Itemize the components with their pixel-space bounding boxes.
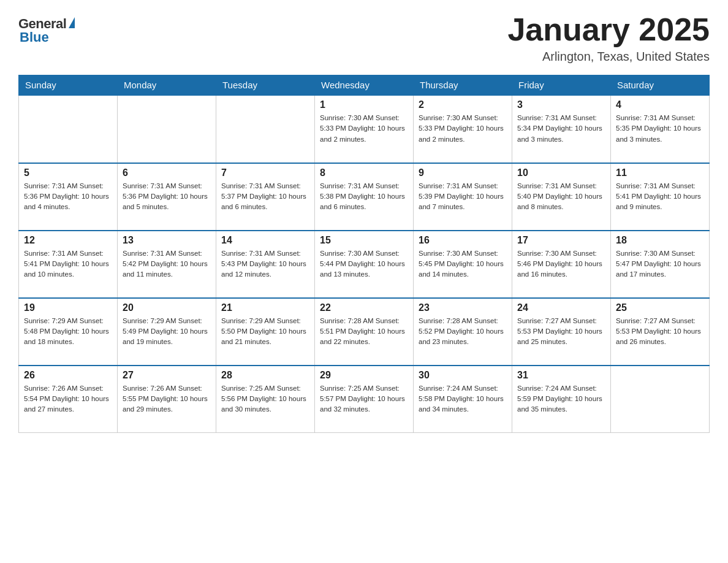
day-number: 29 (320, 370, 408, 381)
day-info: Sunrise: 7:31 AM Sunset: 5:42 PM Dayligh… (123, 248, 211, 280)
calendar-cell: 3Sunrise: 7:31 AM Sunset: 5:34 PM Daylig… (512, 96, 611, 163)
day-info: Sunrise: 7:25 AM Sunset: 5:56 PM Dayligh… (221, 383, 309, 415)
calendar-week-row: 12Sunrise: 7:31 AM Sunset: 5:41 PM Dayli… (19, 231, 710, 298)
day-info: Sunrise: 7:31 AM Sunset: 5:40 PM Dayligh… (517, 181, 605, 213)
calendar-cell: 6Sunrise: 7:31 AM Sunset: 5:36 PM Daylig… (118, 163, 216, 231)
day-number: 23 (419, 302, 507, 313)
day-number: 10 (517, 167, 605, 178)
calendar-cell: 24Sunrise: 7:27 AM Sunset: 5:53 PM Dayli… (512, 298, 611, 366)
calendar-cell: 27Sunrise: 7:26 AM Sunset: 5:55 PM Dayli… (118, 366, 216, 433)
calendar-cell: 25Sunrise: 7:27 AM Sunset: 5:53 PM Dayli… (611, 298, 710, 366)
logo: General Blue (18, 12, 75, 45)
day-number: 24 (517, 302, 605, 313)
calendar-cell: 9Sunrise: 7:31 AM Sunset: 5:39 PM Daylig… (414, 163, 512, 231)
day-info: Sunrise: 7:31 AM Sunset: 5:43 PM Dayligh… (221, 248, 309, 280)
day-number: 11 (616, 167, 704, 178)
calendar-cell: 18Sunrise: 7:30 AM Sunset: 5:47 PM Dayli… (611, 231, 710, 298)
day-number: 6 (123, 167, 211, 178)
day-number: 25 (616, 302, 704, 313)
calendar-header-friday: Friday (512, 75, 611, 96)
calendar-cell: 15Sunrise: 7:30 AM Sunset: 5:44 PM Dayli… (315, 231, 414, 298)
day-info: Sunrise: 7:30 AM Sunset: 5:33 PM Dayligh… (419, 113, 507, 145)
calendar-cell: 1Sunrise: 7:30 AM Sunset: 5:33 PM Daylig… (315, 96, 414, 163)
day-info: Sunrise: 7:24 AM Sunset: 5:59 PM Dayligh… (517, 383, 605, 415)
calendar-cell: 5Sunrise: 7:31 AM Sunset: 5:36 PM Daylig… (19, 163, 118, 231)
calendar-week-row: 1Sunrise: 7:30 AM Sunset: 5:33 PM Daylig… (19, 96, 710, 163)
calendar-cell: 23Sunrise: 7:28 AM Sunset: 5:52 PM Dayli… (414, 298, 512, 366)
calendar-cell (216, 96, 315, 163)
calendar-cell: 17Sunrise: 7:30 AM Sunset: 5:46 PM Dayli… (512, 231, 611, 298)
day-info: Sunrise: 7:27 AM Sunset: 5:53 PM Dayligh… (517, 316, 605, 348)
day-number: 7 (221, 167, 309, 178)
day-info: Sunrise: 7:29 AM Sunset: 5:48 PM Dayligh… (24, 316, 112, 348)
day-info: Sunrise: 7:24 AM Sunset: 5:58 PM Dayligh… (419, 383, 507, 415)
day-number: 30 (419, 370, 507, 381)
calendar-cell: 10Sunrise: 7:31 AM Sunset: 5:40 PM Dayli… (512, 163, 611, 231)
page-header: General Blue January 2025 Arlington, Tex… (18, 12, 710, 64)
calendar-cell: 29Sunrise: 7:25 AM Sunset: 5:57 PM Dayli… (315, 366, 414, 433)
day-number: 22 (320, 302, 408, 313)
day-info: Sunrise: 7:31 AM Sunset: 5:36 PM Dayligh… (24, 181, 112, 213)
day-info: Sunrise: 7:30 AM Sunset: 5:33 PM Dayligh… (320, 113, 408, 145)
logo-blue-text: Blue (20, 29, 49, 45)
day-number: 17 (517, 235, 605, 246)
title-section: January 2025 Arlington, Texas, United St… (507, 12, 710, 64)
day-number: 20 (123, 302, 211, 313)
day-info: Sunrise: 7:26 AM Sunset: 5:54 PM Dayligh… (24, 383, 112, 415)
day-number: 12 (24, 235, 112, 246)
calendar-cell: 7Sunrise: 7:31 AM Sunset: 5:37 PM Daylig… (216, 163, 315, 231)
day-number: 4 (616, 99, 704, 110)
day-info: Sunrise: 7:30 AM Sunset: 5:44 PM Dayligh… (320, 248, 408, 280)
calendar-cell: 22Sunrise: 7:28 AM Sunset: 5:51 PM Dayli… (315, 298, 414, 366)
day-info: Sunrise: 7:28 AM Sunset: 5:51 PM Dayligh… (320, 316, 408, 348)
day-number: 14 (221, 235, 309, 246)
location-title: Arlington, Texas, United States (507, 50, 710, 64)
calendar-header-sunday: Sunday (19, 75, 118, 96)
day-number: 13 (123, 235, 211, 246)
day-info: Sunrise: 7:26 AM Sunset: 5:55 PM Dayligh… (123, 383, 211, 415)
calendar-cell: 21Sunrise: 7:29 AM Sunset: 5:50 PM Dayli… (216, 298, 315, 366)
calendar-cell: 8Sunrise: 7:31 AM Sunset: 5:38 PM Daylig… (315, 163, 414, 231)
day-info: Sunrise: 7:31 AM Sunset: 5:37 PM Dayligh… (221, 181, 309, 213)
day-info: Sunrise: 7:31 AM Sunset: 5:35 PM Dayligh… (616, 113, 704, 145)
calendar-cell: 11Sunrise: 7:31 AM Sunset: 5:41 PM Dayli… (611, 163, 710, 231)
calendar-cell: 31Sunrise: 7:24 AM Sunset: 5:59 PM Dayli… (512, 366, 611, 433)
day-info: Sunrise: 7:30 AM Sunset: 5:47 PM Dayligh… (616, 248, 704, 280)
day-info: Sunrise: 7:25 AM Sunset: 5:57 PM Dayligh… (320, 383, 408, 415)
day-number: 8 (320, 167, 408, 178)
calendar-cell (118, 96, 216, 163)
calendar-cell: 4Sunrise: 7:31 AM Sunset: 5:35 PM Daylig… (611, 96, 710, 163)
calendar-header-tuesday: Tuesday (216, 75, 315, 96)
day-number: 21 (221, 302, 309, 313)
day-info: Sunrise: 7:31 AM Sunset: 5:41 PM Dayligh… (24, 248, 112, 280)
calendar-cell: 2Sunrise: 7:30 AM Sunset: 5:33 PM Daylig… (414, 96, 512, 163)
day-info: Sunrise: 7:31 AM Sunset: 5:41 PM Dayligh… (616, 181, 704, 213)
calendar-cell: 13Sunrise: 7:31 AM Sunset: 5:42 PM Dayli… (118, 231, 216, 298)
day-number: 5 (24, 167, 112, 178)
calendar-week-row: 26Sunrise: 7:26 AM Sunset: 5:54 PM Dayli… (19, 366, 710, 433)
calendar-week-row: 5Sunrise: 7:31 AM Sunset: 5:36 PM Daylig… (19, 163, 710, 231)
calendar-header-row: SundayMondayTuesdayWednesdayThursdayFrid… (19, 75, 710, 96)
calendar-header-wednesday: Wednesday (315, 75, 414, 96)
day-number: 18 (616, 235, 704, 246)
day-number: 16 (419, 235, 507, 246)
day-number: 3 (517, 99, 605, 110)
calendar-cell: 19Sunrise: 7:29 AM Sunset: 5:48 PM Dayli… (19, 298, 118, 366)
day-number: 31 (517, 370, 605, 381)
day-number: 15 (320, 235, 408, 246)
calendar-header-saturday: Saturday (611, 75, 710, 96)
month-title: January 2025 (507, 12, 710, 47)
day-number: 27 (123, 370, 211, 381)
day-number: 19 (24, 302, 112, 313)
calendar-cell (19, 96, 118, 163)
calendar-cell: 28Sunrise: 7:25 AM Sunset: 5:56 PM Dayli… (216, 366, 315, 433)
calendar-cell: 20Sunrise: 7:29 AM Sunset: 5:49 PM Dayli… (118, 298, 216, 366)
day-info: Sunrise: 7:31 AM Sunset: 5:34 PM Dayligh… (517, 113, 605, 145)
calendar-header-monday: Monday (118, 75, 216, 96)
day-info: Sunrise: 7:31 AM Sunset: 5:39 PM Dayligh… (419, 181, 507, 213)
calendar-cell: 26Sunrise: 7:26 AM Sunset: 5:54 PM Dayli… (19, 366, 118, 433)
calendar-week-row: 19Sunrise: 7:29 AM Sunset: 5:48 PM Dayli… (19, 298, 710, 366)
calendar-cell: 12Sunrise: 7:31 AM Sunset: 5:41 PM Dayli… (19, 231, 118, 298)
calendar-cell (611, 366, 710, 433)
day-info: Sunrise: 7:29 AM Sunset: 5:50 PM Dayligh… (221, 316, 309, 348)
